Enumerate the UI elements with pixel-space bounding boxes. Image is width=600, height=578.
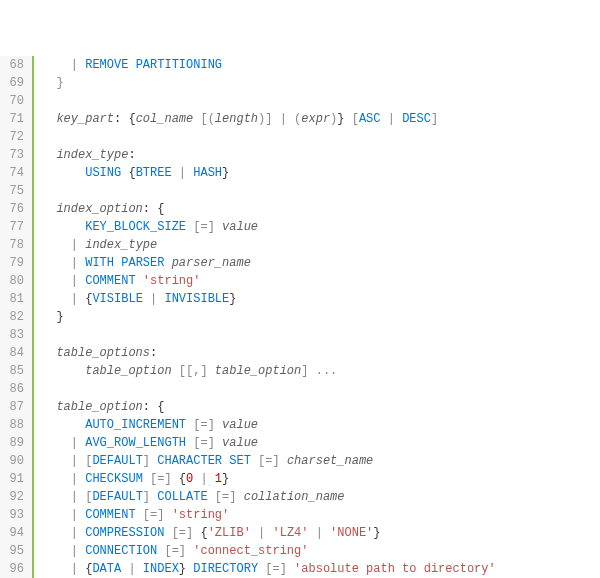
line-number: 78 <box>4 236 24 254</box>
line-number: 87 <box>4 398 24 416</box>
code-line: | [DEFAULT] COLLATE [=] collation_name <box>42 488 600 506</box>
code-line: | REMOVE PARTITIONING <box>42 56 600 74</box>
line-number: 89 <box>4 434 24 452</box>
code-line: | CHECKSUM [=] {0 | 1} <box>42 470 600 488</box>
line-number: 72 <box>4 128 24 146</box>
line-number: 70 <box>4 92 24 110</box>
code-line: | {VISIBLE | INVISIBLE} <box>42 290 600 308</box>
code-line: table_option: { <box>42 398 600 416</box>
code-line: KEY_BLOCK_SIZE [=] value <box>42 218 600 236</box>
code-block: 6869707172737475767778798081828384858687… <box>0 56 600 578</box>
code-line: | [DEFAULT] CHARACTER SET [=] charset_na… <box>42 452 600 470</box>
line-number: 96 <box>4 560 24 578</box>
line-number: 91 <box>4 470 24 488</box>
line-number: 69 <box>4 74 24 92</box>
code-line: | COMMENT 'string' <box>42 272 600 290</box>
line-number: 94 <box>4 524 24 542</box>
line-number: 77 <box>4 218 24 236</box>
code-line: | COMMENT [=] 'string' <box>42 506 600 524</box>
code-line: index_type: <box>42 146 600 164</box>
code-line: AUTO_INCREMENT [=] value <box>42 416 600 434</box>
line-number: 79 <box>4 254 24 272</box>
line-number: 86 <box>4 380 24 398</box>
code-line: USING {BTREE | HASH} <box>42 164 600 182</box>
code-line <box>42 182 600 200</box>
code-line: } <box>42 308 600 326</box>
code-line <box>42 326 600 344</box>
line-number: 92 <box>4 488 24 506</box>
line-number: 90 <box>4 452 24 470</box>
code-line <box>42 92 600 110</box>
code-line <box>42 128 600 146</box>
line-number: 80 <box>4 272 24 290</box>
line-number: 85 <box>4 362 24 380</box>
line-number: 84 <box>4 344 24 362</box>
code-line: table_option [[,] table_option] ... <box>42 362 600 380</box>
line-number: 81 <box>4 290 24 308</box>
line-number: 88 <box>4 416 24 434</box>
line-number: 71 <box>4 110 24 128</box>
line-number: 93 <box>4 506 24 524</box>
code-line: table_options: <box>42 344 600 362</box>
code-line <box>42 380 600 398</box>
line-number: 68 <box>4 56 24 74</box>
code-line: | COMPRESSION [=] {'ZLIB' | 'LZ4' | 'NON… <box>42 524 600 542</box>
code-content[interactable]: | REMOVE PARTITIONING } key_part: {col_n… <box>32 56 600 578</box>
line-number: 74 <box>4 164 24 182</box>
code-line: | {DATA | INDEX} DIRECTORY [=] 'absolute… <box>42 560 600 578</box>
code-line: | index_type <box>42 236 600 254</box>
code-line: | AVG_ROW_LENGTH [=] value <box>42 434 600 452</box>
code-line: index_option: { <box>42 200 600 218</box>
line-number: 83 <box>4 326 24 344</box>
line-number: 82 <box>4 308 24 326</box>
code-line: } <box>42 74 600 92</box>
code-line: | WITH PARSER parser_name <box>42 254 600 272</box>
code-line: | CONNECTION [=] 'connect_string' <box>42 542 600 560</box>
line-number: 75 <box>4 182 24 200</box>
line-number: 95 <box>4 542 24 560</box>
line-number: 73 <box>4 146 24 164</box>
code-line: key_part: {col_name [(length)] | (expr)}… <box>42 110 600 128</box>
line-number-gutter: 6869707172737475767778798081828384858687… <box>0 56 32 578</box>
line-number: 76 <box>4 200 24 218</box>
